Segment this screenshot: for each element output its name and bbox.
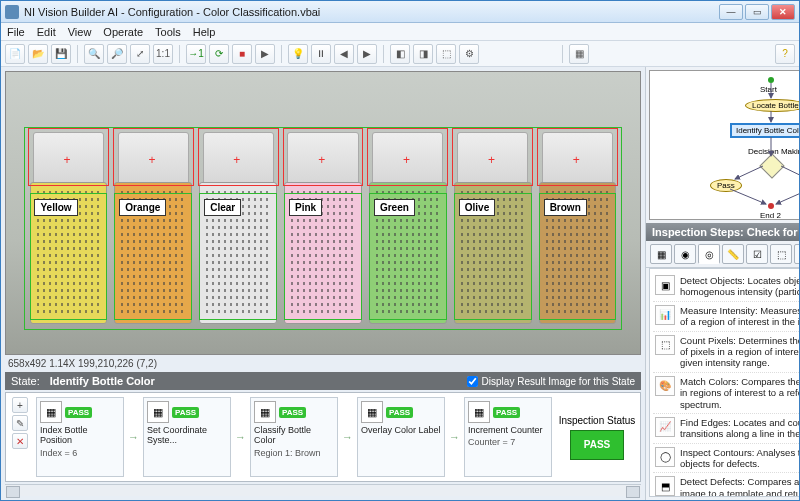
app-icon [5,5,19,19]
step-name: Classify Bottle Color [254,425,334,446]
menu-operate[interactable]: Operate [103,26,143,38]
run-once-icon[interactable]: →1 [186,44,206,64]
prev-icon[interactable]: ◀ [334,44,354,64]
flowchart[interactable]: Start Locate Bottle End Identify Bottle … [649,70,799,220]
step-arrow: → [449,431,460,443]
main-window: NI Vision Builder AI - Configuration - C… [0,0,800,501]
menu-help[interactable]: Help [193,26,216,38]
step-arrow: → [342,431,353,443]
run-loop-icon[interactable]: ⟳ [209,44,229,64]
new-icon[interactable]: 📄 [5,44,25,64]
menu-tools[interactable]: Tools [155,26,181,38]
save-icon[interactable]: 💾 [51,44,71,64]
stop-icon[interactable]: ■ [232,44,252,64]
inspection-item-0[interactable]: ▣ Detect Objects: Locates objects of hom… [653,272,799,302]
help-icon[interactable]: ? [775,44,795,64]
bottle-2: + Clear [198,132,279,324]
menu-view[interactable]: View [68,26,92,38]
maximize-button[interactable]: ▭ [745,4,769,20]
display-result-checkbox[interactable]: Display Result Image for this State [467,376,635,387]
window-title: NI Vision Builder AI - Configuration - C… [24,6,719,18]
inspection-tabs: ▦ ◉ ◎ 📏 ☑ ⬚ ⇄ ⚙ ✎ [646,241,799,268]
tab-4[interactable]: 📏 [722,244,744,264]
strip-scrollbar[interactable] [5,484,641,496]
inspection-item-text: Count Pixels: Determines the percentage … [680,335,799,369]
step-1[interactable]: ▦PASS Set Coordinate Syste... [143,397,231,477]
tab-7[interactable]: ⇄ [794,244,799,264]
strip-add-icon[interactable]: + [12,397,28,413]
panel-toggle-icon[interactable]: ▦ [569,44,589,64]
light-icon[interactable]: 💡 [288,44,308,64]
bottle-3: + Pink [283,132,364,324]
image-viewer[interactable]: + Yellow + Orange + Clear + Pink + Green… [5,71,641,355]
title-bar[interactable]: NI Vision Builder AI - Configuration - C… [1,1,799,23]
bottle-label: Orange [119,199,166,216]
step-0[interactable]: ▦PASS Index Bottle Position Index = 6 [36,397,124,477]
bottle-label: Clear [204,199,241,216]
menu-edit[interactable]: Edit [37,26,56,38]
tool-c-icon[interactable]: ⬚ [436,44,456,64]
strip-del-icon[interactable]: ✕ [12,433,28,449]
inspection-item-4[interactable]: 📈 Find Edges: Locates and counts intensi… [653,414,799,444]
tool-a-icon[interactable]: ◧ [390,44,410,64]
strip-edit-icon[interactable]: ✎ [12,415,28,431]
tab-3[interactable]: ◎ [698,244,720,264]
tab-5[interactable]: ☑ [746,244,768,264]
inspection-item-icon: ◯ [655,447,675,467]
step-name: Set Coordinate Syste... [147,425,227,446]
step-2[interactable]: ▦PASS Classify Bottle Color Region 1: Br… [250,397,338,477]
inspection-list[interactable]: ▣ Detect Objects: Locates objects of hom… [649,268,799,497]
zoom-fit-icon[interactable]: ⤢ [130,44,150,64]
bottle-6: + Brown [537,132,618,324]
tool-d-icon[interactable]: ⚙ [459,44,479,64]
inspection-item-6[interactable]: ⬒ Detect Defects: Compares areas of an i… [653,473,799,497]
zoom-in-icon[interactable]: 🔍 [84,44,104,64]
step-name: Increment Counter [468,425,548,435]
bottle-1: + Orange [113,132,194,324]
inspection-status-panel: Inspection Status PASS [558,397,636,477]
bottle-4: + Green [367,132,448,324]
inspection-item-5[interactable]: ◯ Inspect Contours: Analyses the contour… [653,444,799,474]
bottle-label: Pink [289,199,322,216]
inspection-panel-header: Inspection Steps: Check for Presence [646,223,799,241]
inspection-item-text: Detect Objects: Locates objects of homog… [680,275,799,298]
menu-bar: File Edit View Operate Tools Help [1,23,799,41]
step-icon: ▦ [40,401,62,423]
inspection-item-3[interactable]: 🎨 Match Colors: Compares the color conte… [653,373,799,414]
step-icon: ▦ [468,401,490,423]
menu-file[interactable]: File [7,26,25,38]
inspection-item-icon: ⬚ [655,335,675,355]
tab-2[interactable]: ◉ [674,244,696,264]
open-icon[interactable]: 📂 [28,44,48,64]
step-pass: PASS [65,407,92,418]
zoom-out-icon[interactable]: 🔎 [107,44,127,64]
inspection-item-text: Measure Intensity: Measures the intensit… [680,305,799,328]
inspection-status-result: PASS [570,430,624,460]
zoom-100-icon[interactable]: 1:1 [153,44,173,64]
svg-line-7 [776,189,799,204]
display-result-input[interactable] [467,376,478,387]
tab-1[interactable]: ▦ [650,244,672,264]
close-button[interactable]: ✕ [771,4,795,20]
next-icon[interactable]: ▶ [357,44,377,64]
step-arrow: → [128,431,139,443]
step-pass: PASS [172,407,199,418]
display-result-label: Display Result Image for this State [482,376,635,387]
step-icon: ▦ [147,401,169,423]
step-4[interactable]: ▦PASS Increment Counter Counter = 7 [464,397,552,477]
minimize-button[interactable]: — [719,4,743,20]
tab-6[interactable]: ⬚ [770,244,792,264]
inspection-item-icon: 📈 [655,417,675,437]
inspection-item-text: Inspect Contours: Analyses the contour o… [680,447,799,470]
step-pass: PASS [493,407,520,418]
tool-b-icon[interactable]: ◨ [413,44,433,64]
inspection-item-1[interactable]: 📊 Measure Intensity: Measures the intens… [653,302,799,332]
bottle-label: Brown [544,199,587,216]
step-3[interactable]: ▦PASS Overlay Color Label [357,397,445,477]
step-icon[interactable]: ▶ [255,44,275,64]
main-toolbar: 📄 📂 💾 🔍 🔎 ⤢ 1:1 →1 ⟳ ■ ▶ 💡 ⏸ ◀ ▶ ◧ ◨ ⬚ ⚙… [1,41,799,67]
inspection-item-text: Match Colors: Compares the color content… [680,376,799,410]
step-name: Index Bottle Position [40,425,120,446]
inspection-item-2[interactable]: ⬚ Count Pixels: Determines the percentag… [653,332,799,373]
pause-icon[interactable]: ⏸ [311,44,331,64]
